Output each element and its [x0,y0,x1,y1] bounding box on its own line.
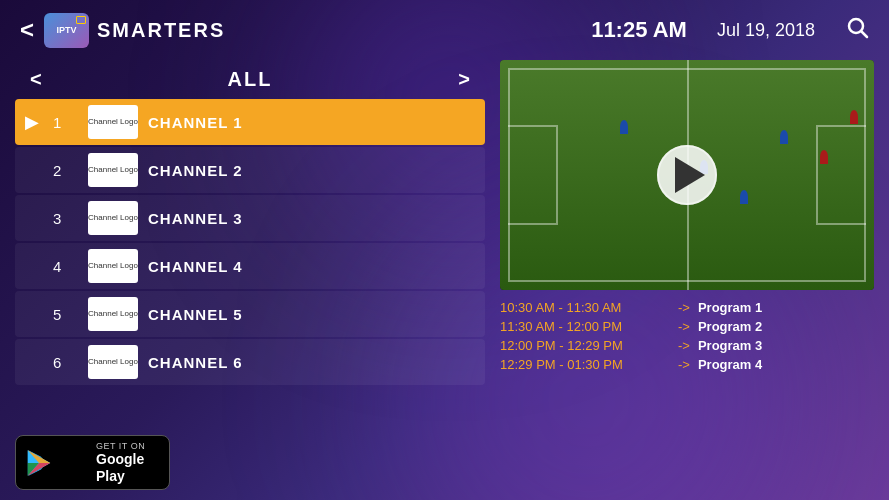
channel-number: 3 [53,210,78,227]
channel-name: CHANNEL 5 [148,306,243,323]
epg-program-name: Program 1 [698,300,762,315]
epg-program-name: Program 2 [698,319,762,334]
tv-icon [76,16,86,24]
epg-container: 10:30 AM - 11:30 AM->Program 111:30 AM -… [500,295,874,372]
channel-logo-text: Channel Logo [88,357,138,367]
epg-row[interactable]: 12:29 PM - 01:30 PM->Program 4 [500,357,874,372]
epg-time: 12:29 PM - 01:30 PM [500,357,670,372]
date-display: Jul 19, 2018 [717,20,815,41]
channel-logo-box: Channel Logo [88,297,138,331]
category-nav: < ALL > [15,60,485,99]
svg-line-1 [862,32,868,38]
search-button[interactable] [845,15,869,45]
channel-row[interactable]: 2Channel LogoCHANNEL 2 [15,147,485,193]
epg-row[interactable]: 11:30 AM - 12:00 PM->Program 2 [500,319,874,334]
video-player[interactable] [500,60,874,290]
google-play-store-icon [24,448,54,478]
badge-large-text: Google Play [96,451,159,485]
channel-name: CHANNEL 3 [148,210,243,227]
epg-arrow-icon: -> [678,338,690,353]
epg-row[interactable]: 10:30 AM - 11:30 AM->Program 1 [500,300,874,315]
channel-number: 4 [53,258,78,275]
epg-time: 12:00 PM - 12:29 PM [500,338,670,353]
channel-name: CHANNEL 2 [148,162,243,179]
epg-program-name: Program 4 [698,357,762,372]
app-logo: IPTV [44,13,89,48]
channel-logo-text: Channel Logo [88,117,138,127]
channel-number: 2 [53,162,78,179]
epg-arrow-icon: -> [678,319,690,334]
next-category-button[interactable]: > [458,68,470,91]
epg-time: 11:30 AM - 12:00 PM [500,319,670,334]
channel-logo-text: Channel Logo [88,165,138,175]
video-field [500,60,874,290]
channel-row[interactable]: 5Channel LogoCHANNEL 5 [15,291,485,337]
logo-container: IPTV SMARTERS [44,13,225,48]
logo-iptv-text: IPTV [57,26,77,35]
epg-arrow-icon: -> [678,300,690,315]
badge-small-text: GET IT ON [96,441,159,451]
channel-name: CHANNEL 6 [148,354,243,371]
channel-name: CHANNEL 4 [148,258,243,275]
channel-panel: < ALL > ▶1Channel LogoCHANNEL 12Channel … [15,60,485,490]
header-right: 11:25 AM Jul 19, 2018 [591,15,869,45]
epg-arrow-icon: -> [678,357,690,372]
channel-logo-text: Channel Logo [88,213,138,223]
channel-row[interactable]: 6Channel LogoCHANNEL 6 [15,339,485,385]
channel-logo-box: Channel Logo [88,345,138,379]
channel-row[interactable]: 3Channel LogoCHANNEL 3 [15,195,485,241]
epg-row[interactable]: 12:00 PM - 12:29 PM->Program 3 [500,338,874,353]
prev-category-button[interactable]: < [30,68,42,91]
channel-number: 6 [53,354,78,371]
channel-number: 1 [53,114,78,131]
badge-text: GET IT ON Google Play [96,441,159,485]
channel-logo-box: Channel Logo [88,201,138,235]
channel-row[interactable]: ▶1Channel LogoCHANNEL 1 [15,99,485,145]
play-button[interactable] [657,145,717,205]
back-button[interactable]: < [20,16,34,44]
channel-name: CHANNEL 1 [148,114,243,131]
play-triangle-icon [675,157,705,193]
channel-row[interactable]: 4Channel LogoCHANNEL 4 [15,243,485,289]
brand-name: SMARTERS [97,19,225,42]
channel-list: ▶1Channel LogoCHANNEL 12Channel LogoCHAN… [15,99,485,385]
epg-program-name: Program 3 [698,338,762,353]
channel-logo-box: Channel Logo [88,153,138,187]
channel-logo-box: Channel Logo [88,105,138,139]
epg-time: 10:30 AM - 11:30 AM [500,300,670,315]
channel-logo-text: Channel Logo [88,261,138,271]
google-play-badge[interactable]: GET IT ON Google Play [15,435,170,490]
right-panel: 10:30 AM - 11:30 AM->Program 111:30 AM -… [500,60,874,490]
time-display: 11:25 AM [591,17,687,43]
play-indicator-icon: ▶ [25,111,45,133]
channel-logo-text: Channel Logo [88,309,138,319]
channel-logo-box: Channel Logo [88,249,138,283]
channel-number: 5 [53,306,78,323]
category-title: ALL [228,68,273,91]
